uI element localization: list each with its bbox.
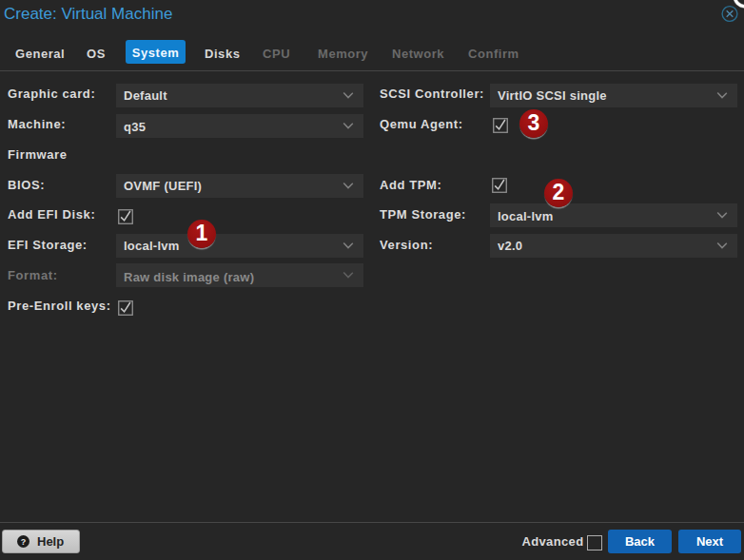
svg-text:?: ? (21, 537, 27, 547)
